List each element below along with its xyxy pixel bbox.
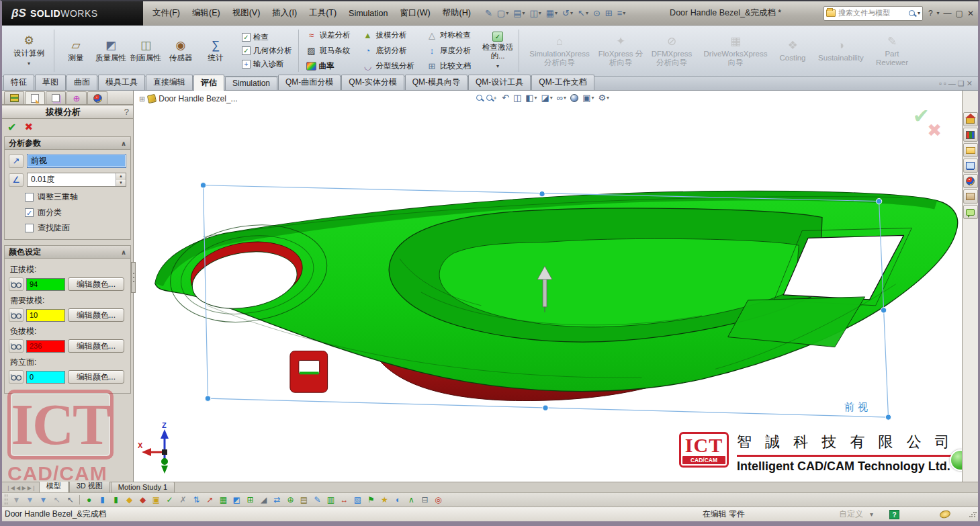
forum-button[interactable] [963, 205, 978, 219]
status-custom-caret[interactable]: ▾ [870, 511, 873, 518]
design-library-button[interactable] [963, 128, 978, 142]
toolbar-icon-1[interactable]: ▼ [24, 494, 36, 506]
display-style-button[interactable]: ◪▾ [540, 92, 554, 103]
menu-item-0[interactable]: 文件(F) [147, 5, 185, 21]
toolbar-icon-8[interactable]: ▮ [109, 494, 122, 506]
sensor-button[interactable]: ◉传感器 [163, 37, 198, 64]
toolbar-icon-6[interactable]: ● [83, 494, 95, 506]
solidworks-resources-button[interactable] [963, 112, 978, 126]
toolbar-icon-17[interactable]: ◩ [230, 494, 243, 506]
color-value-swatch[interactable]: 0 [26, 371, 65, 384]
tab-display-manager[interactable] [87, 91, 107, 104]
toolbar-icon-4[interactable]: ↖ [64, 494, 77, 506]
document-window-controls[interactable]: ▫ ▫ — ❏ ✕ [934, 79, 978, 90]
curvature-button[interactable]: 曲率 [304, 59, 353, 73]
new-document-button[interactable]: ▢▾ [495, 7, 510, 19]
print-button[interactable]: ▦▾ [544, 7, 560, 19]
checkbox-row-2[interactable]: 查找陡面 [25, 222, 126, 234]
view-settings-button[interactable]: ⚙▾ [596, 92, 611, 103]
undercut-analysis-button[interactable]: ◔底切分析 [360, 44, 418, 58]
checkbox-icon[interactable] [25, 224, 34, 232]
toolbar-icon-16[interactable]: ▦ [217, 494, 230, 506]
compare-documents-button[interactable]: ⊞比较文档 [424, 59, 474, 73]
command-tab-QM-设计工具[interactable]: QM-设计工具 [468, 75, 531, 90]
thickness-analysis-button[interactable]: ↕厚度分析 [424, 44, 474, 58]
checkbox-icon[interactable] [25, 193, 34, 202]
toolbar-icon-28[interactable]: ★ [378, 494, 391, 506]
color-value-swatch[interactable]: 10 [26, 309, 65, 322]
document-tab-Motion Study 1[interactable]: Motion Study 1 [111, 482, 175, 492]
previous-view-button[interactable]: ↶ [500, 92, 510, 103]
edit-color-button[interactable]: 编辑颜色... [68, 370, 124, 384]
driveworksxpress-button[interactable]: ▦DriveWorksXpress 向导 [698, 34, 773, 69]
command-tab-曲面[interactable]: 曲面 [66, 75, 97, 90]
toolbar-icon-26[interactable]: ▧ [351, 494, 364, 506]
command-tab-特征[interactable]: 特征 [3, 75, 34, 90]
toolbar-icon-31[interactable]: ⊟ [418, 494, 431, 506]
tab-scroll-buttons[interactable]: ❘◀ ◀ ▶ ▶❘ [3, 485, 39, 492]
command-tab-评估[interactable]: 评估 [193, 75, 224, 91]
toolbar-icon-29[interactable]: ◐ [392, 494, 404, 506]
undo-button[interactable]: ↺▾ [560, 7, 575, 19]
search-box[interactable]: 搜索文件与模型 ▾ [823, 6, 923, 21]
command-tab-草图[interactable]: 草图 [35, 75, 66, 90]
sketch-pencil-icon[interactable]: ✎ [483, 7, 494, 19]
toolbar-icon-21[interactable]: ⊕ [284, 494, 297, 506]
toolbar-icon-23[interactable]: ✎ [311, 494, 324, 506]
command-tab-QM-曲面分模[interactable]: QM-曲面分模 [278, 75, 341, 90]
show-hide-glasses-icon[interactable] [9, 339, 24, 353]
part-reviewer-button[interactable]: ✎Part Reviewer [870, 34, 914, 69]
toolbar-icon-22[interactable]: ▤ [298, 494, 310, 506]
hide-show-items-button[interactable]: ∞▾ [555, 92, 568, 103]
floxpress-button[interactable]: ✦FloXpress 分析向导 [596, 34, 645, 69]
checkbox-row-0[interactable]: 调整三重轴 [25, 191, 126, 203]
graphics-viewport[interactable]: ⊞ Door Handle Bezel_... ＋ ↶ ◫ ◧▾ ◪▾ ∞▾ ▣… [134, 91, 962, 482]
analysis-parameters-header[interactable]: 分析参数 ∧ [5, 137, 130, 150]
open-document-button[interactable]: ▤▾ [511, 7, 527, 19]
search-dropdown-caret[interactable]: ▾ [918, 10, 920, 16]
rebuild-button[interactable]: ⊙ [591, 7, 603, 19]
angle-spinner[interactable]: ▲▼ [116, 173, 126, 186]
menu-item-1[interactable]: 编辑(E) [187, 5, 226, 21]
draft-angle-input[interactable]: 0.01度 ▲▼ [27, 173, 126, 187]
toolbar-icon-19[interactable]: ◢ [257, 494, 270, 506]
direction-input[interactable]: 前视 [27, 154, 126, 168]
toolbar-icon-0[interactable]: ▼ [10, 494, 23, 506]
options-button[interactable]: ≡▾ [615, 7, 628, 19]
checkbox-icon[interactable]: ✓ [25, 208, 34, 217]
toolbar-icon-13[interactable]: ✗ [177, 494, 189, 506]
color-value-swatch[interactable]: 94 [26, 278, 65, 291]
draft-analysis-model[interactable] [134, 91, 962, 482]
file-explorer-button[interactable] [963, 143, 978, 157]
edit-color-button[interactable]: 编辑颜色... [68, 339, 124, 353]
help-button[interactable]: ? [928, 9, 933, 18]
section-view-button[interactable]: ◫ [512, 92, 523, 103]
menu-item-4[interactable]: 工具(T) [304, 5, 342, 21]
view-orientation-button[interactable]: ◧▾ [524, 92, 538, 103]
section-properties-button[interactable]: ◫剖面属性 [128, 37, 163, 64]
ok-button[interactable]: ✔ [7, 121, 16, 134]
show-hide-glasses-icon[interactable] [9, 277, 24, 291]
deviation-analysis-button[interactable]: ≈误差分析 [304, 28, 353, 42]
toolbar-icon-11[interactable]: ▣ [150, 494, 163, 506]
search-icon[interactable] [909, 10, 915, 16]
import-diagnostics-button[interactable]: +输入诊断 [239, 58, 295, 70]
menu-item-7[interactable]: 帮助(H) [437, 5, 476, 21]
menu-item-2[interactable]: 视图(V) [227, 5, 266, 21]
mass-properties-button[interactable]: ◩质量属性 [93, 37, 128, 64]
toolbar-icon-24[interactable]: ▥ [324, 494, 337, 506]
tab-feature-tree[interactable] [4, 91, 24, 104]
restore-button[interactable]: ▢ [956, 9, 963, 18]
command-tab-Simulation[interactable]: Simulation [225, 77, 277, 90]
status-help-icon[interactable]: ? [889, 510, 899, 519]
check-button[interactable]: ✓检查 [239, 32, 295, 43]
toolbar-icon-14[interactable]: ⇅ [190, 494, 203, 506]
appearances-scenes-button[interactable] [963, 174, 978, 188]
simulationxpress-button[interactable]: ⌂SimulationXpress 分析向导 [523, 34, 596, 69]
help-caret[interactable]: ▾ [937, 10, 940, 16]
toolbar-icon-12[interactable]: ✓ [163, 494, 176, 506]
show-hide-glasses-icon[interactable] [9, 308, 24, 322]
menu-item-6[interactable]: 窗口(W) [394, 5, 435, 21]
show-hide-glasses-icon[interactable] [9, 370, 24, 384]
file-properties-button[interactable]: ⊞ [603, 7, 615, 19]
